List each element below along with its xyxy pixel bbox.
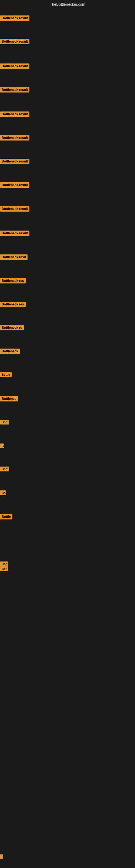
badge-row-26: | <box>0 855 3 860</box>
badge-row-7: Bottleneck result <box>0 159 30 165</box>
badge-row-10: Bottleneck result <box>0 230 30 237</box>
badge-row-13: Bottleneck res <box>0 302 26 308</box>
bottleneck-result-badge: Bottleneck resu <box>0 254 28 260</box>
badge-row-14: Bottleneck re <box>0 325 24 332</box>
bottleneck-result-badge: Bottleneck result <box>0 182 30 188</box>
bottleneck-result-badge: Bottleneck result <box>0 230 30 236</box>
badge-row-1: Bottleneck result <box>0 16 30 22</box>
bottleneck-result-badge: Bottleneck result <box>0 112 30 117</box>
bottleneck-result-badge: Bottleneck result <box>0 159 30 164</box>
bottleneck-result-badge: Bott <box>0 420 9 425</box>
bottleneck-result-badge: Bo <box>0 490 6 495</box>
bottleneck-result-badge: Bottlenec <box>0 396 18 401</box>
badge-row-25: Bot <box>0 566 8 572</box>
bottleneck-result-badge: Bottleneck result <box>0 63 30 69</box>
bottleneck-result-badge: Bottleneck result <box>0 206 30 212</box>
bottleneck-result-badge: Bottle <box>0 514 12 520</box>
bottleneck-result-badge: Bottleneck result <box>0 135 30 141</box>
badge-row-6: Bottleneck result <box>0 135 30 142</box>
bottleneck-result-badge: Bottleneck res <box>0 302 26 307</box>
site-title: TheBottlenecker.com <box>0 0 135 8</box>
bottleneck-result-badge: Bottle <box>0 372 12 377</box>
badge-row-19: B <box>0 443 4 450</box>
badge-row-18: Bott <box>0 420 9 426</box>
badge-row-11: Bottleneck resu <box>0 254 28 261</box>
badge-row-8: Bottleneck result <box>0 182 30 189</box>
badge-row-3: Bottleneck result <box>0 63 30 70</box>
badge-row-2: Bottleneck result <box>0 39 30 45</box>
badge-row-12: Bottleneck res <box>0 278 26 284</box>
badge-row-4: Bottleneck result <box>0 87 30 94</box>
badge-row-15: Bottleneck <box>0 348 20 355</box>
bottleneck-result-badge: Bottleneck <box>0 348 20 354</box>
badge-row-16: Bottle <box>0 372 12 378</box>
bottleneck-result-badge: Bottleneck result <box>0 16 30 21</box>
badge-row-5: Bottleneck result <box>0 112 30 118</box>
bottleneck-result-badge: B <box>0 443 4 448</box>
bottleneck-result-badge: | <box>0 855 3 859</box>
badge-row-21: Bo <box>0 490 6 496</box>
badge-row-17: Bottlenec <box>0 396 18 403</box>
bottleneck-result-badge: Bott <box>0 467 9 471</box>
badge-row-22: Bottle <box>0 514 12 521</box>
badge-row-20: Bott <box>0 467 9 472</box>
bottleneck-result-badge: Bottleneck result <box>0 87 30 93</box>
bottleneck-result-badge: Bolt <box>0 561 8 566</box>
badge-row-9: Bottleneck result <box>0 206 30 213</box>
bottleneck-result-badge: Bottleneck result <box>0 39 30 44</box>
bottleneck-result-badge: Bot <box>0 566 8 571</box>
bottleneck-result-badge: Bottleneck res <box>0 278 26 283</box>
bottleneck-result-badge: Bottleneck re <box>0 325 24 330</box>
